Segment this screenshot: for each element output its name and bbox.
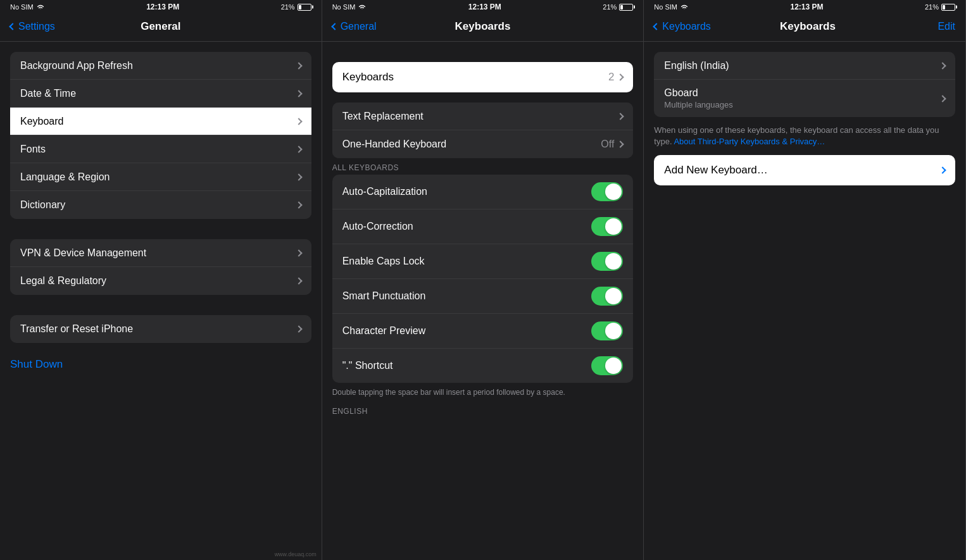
- battery-icon-1: [298, 4, 311, 11]
- keyboard-item-gboard[interactable]: Gboard Multiple languages: [654, 80, 955, 117]
- keyboards-list-scroll: English (India) Gboard Multiple language…: [644, 42, 965, 560]
- item-label-transfer: Transfer or Reset iPhone: [20, 323, 133, 335]
- back-general-button[interactable]: General: [332, 21, 383, 32]
- time-3: 12:13 PM: [790, 3, 823, 11]
- nav-title-2: Keyboards: [383, 20, 583, 33]
- item-label-date-time: Date & Time: [20, 88, 76, 99]
- toggle-item-smart-punct[interactable]: Smart Punctuation: [332, 279, 634, 314]
- wifi-icon-3: [680, 4, 689, 10]
- back-label-3[interactable]: Keyboards: [662, 21, 711, 32]
- keyboards-card-chevron: [617, 73, 624, 80]
- sim-wifi-2: No SIM: [332, 3, 367, 11]
- nav-bar-2: General Keyboards: [322, 14, 644, 42]
- battery-pct-2: 21%: [603, 3, 617, 11]
- toggles-group: Auto-Capitalization Auto-Correction Enab…: [332, 175, 634, 383]
- toggle-char-preview[interactable]: [591, 321, 623, 340]
- item-value-keyboard: [296, 119, 301, 124]
- panel-keyboards-list: No SIM 12:13 PM 21% Keyboards Keyboards …: [644, 0, 966, 560]
- toggle-label-char-preview: Character Preview: [342, 325, 426, 337]
- item-label-dictionary: Dictionary: [20, 199, 65, 211]
- nav-title-3: Keyboards: [711, 20, 905, 33]
- battery-area-3: 21%: [925, 3, 955, 11]
- item-label-keyboard: Keyboard: [20, 116, 64, 127]
- shut-down-button[interactable]: Shut Down: [10, 358, 63, 370]
- panel-general: No SIM 12:13 PM 21% Settings General: [0, 0, 322, 560]
- list-item-one-handed[interactable]: One-Handed Keyboard Off: [332, 130, 634, 158]
- status-bar-2: No SIM 12:13 PM 21%: [322, 0, 644, 14]
- general-list-wrapper: Background App Refresh Date & Time Keybo…: [0, 52, 322, 219]
- gap-mid-1: [0, 219, 322, 239]
- keyboard-item-left-english: English (India): [664, 60, 729, 72]
- toggle-auto-cap[interactable]: [591, 182, 623, 201]
- chevron-date-time: [295, 90, 302, 97]
- item-label-text-replacement: Text Replacement: [342, 111, 423, 122]
- back-label-1[interactable]: Settings: [18, 21, 55, 32]
- nav-title-1: General: [61, 20, 261, 33]
- gap-mid-2: [0, 295, 322, 315]
- battery-fill-2: [620, 5, 623, 9]
- list-item-fonts[interactable]: Fonts: [10, 135, 311, 163]
- toggle-smart-punct[interactable]: [591, 287, 623, 306]
- toggle-item-period-shortcut[interactable]: "." Shortcut: [332, 349, 634, 383]
- time-1: 12:13 PM: [146, 3, 179, 11]
- nav-items-wrapper: Text Replacement One-Handed Keyboard Off: [322, 103, 644, 158]
- nav-bar-1: Settings General: [0, 14, 322, 42]
- general-scroll: Background App Refresh Date & Time Keybo…: [0, 42, 322, 560]
- item-label-fonts: Fonts: [20, 144, 46, 155]
- add-keyboard-label: Add New Keyboard…: [664, 164, 767, 177]
- back-keyboards-button[interactable]: Keyboards: [654, 21, 711, 32]
- back-label-2[interactable]: General: [341, 21, 377, 32]
- keyboard-name-gboard: Gboard: [664, 87, 732, 99]
- chevron-english: [939, 62, 946, 69]
- keyboard-name-english: English (India): [664, 60, 729, 72]
- toggle-item-caps-lock[interactable]: Enable Caps Lock: [332, 244, 634, 279]
- gap-nav-items: [322, 92, 644, 103]
- list-item-date-time[interactable]: Date & Time: [10, 80, 311, 108]
- back-chevron-2: [331, 23, 338, 30]
- list-item-keyboard[interactable]: Keyboard: [10, 108, 311, 135]
- keyboards-card-inner: Keyboards 2: [332, 62, 634, 92]
- item-value-dictionary: [296, 202, 301, 208]
- toggle-auto-correct[interactable]: [591, 217, 623, 236]
- toggle-item-auto-cap[interactable]: Auto-Capitalization: [332, 175, 634, 209]
- item-value-date-time: [296, 91, 301, 96]
- chevron-background-refresh: [295, 62, 302, 69]
- list-item-language[interactable]: Language & Region: [10, 163, 311, 191]
- watermark-1: www.deuaq.com: [275, 551, 317, 557]
- battery-icon-2: [619, 4, 633, 11]
- battery-fill-3: [943, 5, 945, 9]
- toggle-period-shortcut[interactable]: [591, 356, 623, 375]
- toggle-caps-lock[interactable]: [591, 252, 623, 271]
- list-item-transfer[interactable]: Transfer or Reset iPhone: [10, 315, 311, 343]
- list-item-dictionary[interactable]: Dictionary: [10, 191, 311, 219]
- item-value-background-refresh: [296, 63, 301, 68]
- add-keyboard-card[interactable]: Add New Keyboard…: [654, 155, 955, 185]
- keyboard-sub-gboard: Multiple languages: [664, 100, 732, 109]
- back-settings-button[interactable]: Settings: [10, 21, 61, 32]
- toggle-item-char-preview[interactable]: Character Preview: [332, 314, 634, 349]
- privacy-link[interactable]: About Third-Party Keyboards & Privacy…: [674, 137, 825, 146]
- edit-button[interactable]: Edit: [905, 21, 955, 32]
- item-value-vpn: [296, 251, 301, 256]
- sim-wifi-3: No SIM: [654, 3, 689, 11]
- chevron-fonts: [295, 146, 302, 152]
- keyboards-card[interactable]: Keyboards 2: [332, 62, 634, 92]
- keyboards-card-label: Keyboards: [342, 71, 394, 84]
- battery-area-1: 21%: [281, 3, 311, 11]
- keyboards-scroll: Keyboards 2 Text Replacement: [322, 42, 644, 560]
- list-item-vpn[interactable]: VPN & Device Management: [10, 239, 311, 267]
- list-item-text-replacement[interactable]: Text Replacement: [332, 103, 634, 130]
- keyboards-card-wrapper: Keyboards 2: [322, 62, 644, 92]
- list-item-legal[interactable]: Legal & Regulatory: [10, 267, 311, 295]
- item-value-text-replacement: [618, 114, 623, 119]
- chevron-dictionary: [295, 201, 302, 208]
- all-keyboards-label: ALL KEYBOARDS: [322, 158, 644, 175]
- toggle-item-auto-correct[interactable]: Auto-Correction: [332, 209, 634, 244]
- english-label: ENGLISH: [322, 402, 644, 418]
- keyboards-count: 2: [608, 71, 614, 84]
- chevron-vpn: [295, 249, 302, 256]
- list-item-background-refresh[interactable]: Background App Refresh: [10, 52, 311, 80]
- item-value-transfer: [296, 327, 301, 332]
- keyboard-item-english[interactable]: English (India): [654, 52, 955, 80]
- toggle-note: Double tapping the space bar will insert…: [322, 383, 644, 402]
